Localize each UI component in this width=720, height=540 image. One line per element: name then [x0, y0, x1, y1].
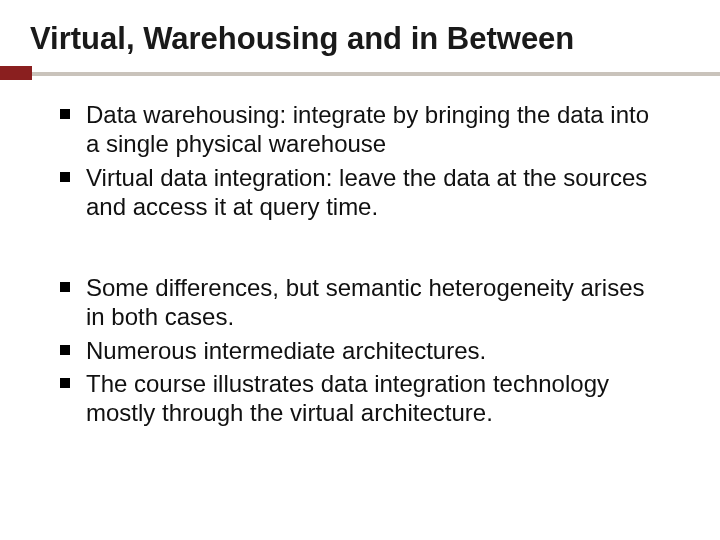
list-item: Some differences, but semantic heterogen…: [60, 273, 660, 332]
list-item: Virtual data integration: leave the data…: [60, 163, 660, 222]
list-item: Data warehousing: integrate by bringing …: [60, 100, 660, 159]
slide: Virtual, Warehousing and in Between Data…: [0, 0, 720, 540]
title-rule: [0, 66, 720, 80]
list-item: Numerous intermediate architectures.: [60, 336, 660, 365]
list-item: The course illustrates data integration …: [60, 369, 660, 428]
bullet-text: Data warehousing: integrate by bringing …: [86, 101, 649, 157]
bullet-text: Some differences, but semantic heterogen…: [86, 274, 645, 330]
rule-line: [0, 72, 720, 76]
rule-accent-block: [0, 66, 32, 80]
bullet-text: Virtual data integration: leave the data…: [86, 164, 647, 220]
title-area: Virtual, Warehousing and in Between: [0, 0, 720, 56]
bullet-text: Numerous intermediate architectures.: [86, 337, 486, 364]
slide-title: Virtual, Warehousing and in Between: [30, 22, 690, 56]
paragraph-gap: [60, 225, 660, 273]
bullet-group-1: Data warehousing: integrate by bringing …: [60, 100, 660, 221]
bullet-group-2: Some differences, but semantic heterogen…: [60, 273, 660, 427]
slide-body: Data warehousing: integrate by bringing …: [0, 80, 720, 427]
bullet-text: The course illustrates data integration …: [86, 370, 609, 426]
